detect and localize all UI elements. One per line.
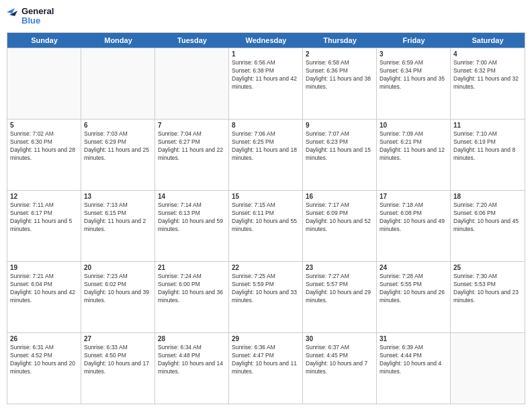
day-number: 31 (380, 335, 447, 342)
day-info: Sunrise: 7:11 AM Sunset: 6:17 PM Dayligh… (10, 201, 78, 234)
day-info: Sunrise: 7:00 AM Sunset: 6:32 PM Dayligh… (453, 59, 522, 91)
day-cell-22: 22Sunrise: 7:25 AM Sunset: 5:59 PM Dayli… (229, 262, 303, 332)
day-cell-5: 5Sunrise: 7:02 AM Sunset: 6:30 PM Daylig… (7, 120, 81, 190)
day-number: 13 (84, 193, 152, 200)
day-info: Sunrise: 7:27 AM Sunset: 5:57 PM Dayligh… (306, 273, 373, 305)
day-info: Sunrise: 7:15 AM Sunset: 6:11 PM Dayligh… (232, 201, 300, 234)
day-cell-12: 12Sunrise: 7:11 AM Sunset: 6:17 PM Dayli… (7, 191, 81, 261)
day-cell-28: 28Sunrise: 6:34 AM Sunset: 4:48 PM Dayli… (155, 333, 229, 404)
logo-bird-icon (7, 7, 20, 27)
day-cell-7: 7Sunrise: 7:04 AM Sunset: 6:27 PM Daylig… (155, 120, 229, 190)
empty-cell (81, 48, 155, 119)
day-number: 6 (84, 122, 152, 129)
day-number: 1 (232, 50, 300, 58)
day-of-week-monday: Monday (81, 33, 155, 48)
day-number: 24 (380, 264, 447, 271)
day-number: 4 (453, 50, 522, 58)
day-info: Sunrise: 7:17 AM Sunset: 6:09 PM Dayligh… (306, 201, 373, 234)
day-of-week-saturday: Saturday (451, 33, 525, 48)
day-number: 15 (232, 193, 300, 200)
day-cell-3: 3Sunrise: 6:59 AM Sunset: 6:34 PM Daylig… (377, 48, 451, 119)
day-info: Sunrise: 7:18 AM Sunset: 6:08 PM Dayligh… (380, 201, 447, 234)
day-cell-4: 4Sunrise: 7:00 AM Sunset: 6:32 PM Daylig… (451, 48, 525, 119)
week-row-2: 5Sunrise: 7:02 AM Sunset: 6:30 PM Daylig… (7, 119, 525, 190)
day-cell-17: 17Sunrise: 7:18 AM Sunset: 6:08 PM Dayli… (377, 191, 451, 261)
day-info: Sunrise: 6:56 AM Sunset: 6:38 PM Dayligh… (232, 59, 300, 91)
day-cell-25: 25Sunrise: 7:30 AM Sunset: 5:53 PM Dayli… (451, 262, 525, 332)
day-cell-10: 10Sunrise: 7:09 AM Sunset: 6:21 PM Dayli… (377, 120, 451, 190)
day-of-week-sunday: Sunday (7, 33, 81, 48)
empty-cell (155, 48, 229, 119)
day-number: 30 (306, 335, 373, 342)
day-info: Sunrise: 6:34 AM Sunset: 4:48 PM Dayligh… (158, 344, 226, 376)
day-number: 28 (158, 335, 226, 342)
day-info: Sunrise: 7:04 AM Sunset: 6:27 PM Dayligh… (158, 130, 226, 163)
day-number: 3 (380, 50, 447, 58)
week-row-4: 19Sunrise: 7:21 AM Sunset: 6:04 PM Dayli… (7, 261, 525, 332)
day-number: 20 (84, 264, 152, 271)
day-cell-18: 18Sunrise: 7:20 AM Sunset: 6:06 PM Dayli… (451, 191, 525, 261)
day-info: Sunrise: 7:25 AM Sunset: 5:59 PM Dayligh… (232, 273, 300, 305)
day-number: 10 (380, 122, 447, 129)
day-info: Sunrise: 7:30 AM Sunset: 5:53 PM Dayligh… (453, 273, 522, 305)
day-info: Sunrise: 6:58 AM Sunset: 6:36 PM Dayligh… (306, 59, 373, 91)
day-number: 23 (306, 264, 373, 271)
day-info: Sunrise: 7:07 AM Sunset: 6:23 PM Dayligh… (306, 130, 373, 163)
day-number: 22 (232, 264, 300, 271)
header: GeneralBlue (7, 7, 525, 27)
day-info: Sunrise: 7:06 AM Sunset: 6:25 PM Dayligh… (232, 130, 300, 163)
logo-blue: Blue (21, 16, 54, 26)
day-number: 16 (306, 193, 373, 200)
day-info: Sunrise: 6:39 AM Sunset: 4:44 PM Dayligh… (380, 344, 447, 376)
day-info: Sunrise: 7:10 AM Sunset: 6:19 PM Dayligh… (453, 130, 522, 163)
logo: GeneralBlue (7, 7, 54, 27)
day-cell-16: 16Sunrise: 7:17 AM Sunset: 6:09 PM Dayli… (303, 191, 377, 261)
day-info: Sunrise: 7:21 AM Sunset: 6:04 PM Dayligh… (10, 273, 78, 305)
day-number: 26 (10, 335, 78, 342)
svg-marker-0 (7, 8, 15, 13)
logo-general: General (21, 7, 54, 16)
calendar-header: SundayMondayTuesdayWednesdayThursdayFrid… (7, 33, 525, 48)
day-number: 17 (380, 193, 447, 200)
day-number: 29 (232, 335, 300, 342)
day-cell-27: 27Sunrise: 6:33 AM Sunset: 4:50 PM Dayli… (81, 333, 155, 404)
week-row-1: 1Sunrise: 6:56 AM Sunset: 6:38 PM Daylig… (7, 48, 525, 119)
day-info: Sunrise: 7:14 AM Sunset: 6:13 PM Dayligh… (158, 201, 226, 234)
day-number: 25 (453, 264, 522, 271)
day-cell-8: 8Sunrise: 7:06 AM Sunset: 6:25 PM Daylig… (229, 120, 303, 190)
empty-cell (451, 333, 525, 404)
day-info: Sunrise: 7:20 AM Sunset: 6:06 PM Dayligh… (453, 201, 522, 234)
day-cell-1: 1Sunrise: 6:56 AM Sunset: 6:38 PM Daylig… (229, 48, 303, 119)
day-info: Sunrise: 7:09 AM Sunset: 6:21 PM Dayligh… (380, 130, 447, 163)
day-cell-31: 31Sunrise: 6:39 AM Sunset: 4:44 PM Dayli… (377, 333, 451, 404)
day-cell-6: 6Sunrise: 7:03 AM Sunset: 6:29 PM Daylig… (81, 120, 155, 190)
day-cell-20: 20Sunrise: 7:23 AM Sunset: 6:02 PM Dayli… (81, 262, 155, 332)
day-number: 11 (453, 122, 522, 129)
day-info: Sunrise: 6:36 AM Sunset: 4:47 PM Dayligh… (232, 344, 300, 376)
day-cell-26: 26Sunrise: 6:31 AM Sunset: 4:52 PM Dayli… (7, 333, 81, 404)
day-cell-19: 19Sunrise: 7:21 AM Sunset: 6:04 PM Dayli… (7, 262, 81, 332)
day-number: 5 (10, 122, 78, 129)
day-cell-21: 21Sunrise: 7:24 AM Sunset: 6:00 PM Dayli… (155, 262, 229, 332)
day-number: 21 (158, 264, 226, 271)
day-cell-30: 30Sunrise: 6:37 AM Sunset: 4:45 PM Dayli… (303, 333, 377, 404)
day-number: 18 (453, 193, 522, 200)
day-number: 19 (10, 264, 78, 271)
empty-cell (7, 48, 81, 119)
day-of-week-wednesday: Wednesday (229, 33, 303, 48)
logo-container: GeneralBlue (7, 7, 54, 27)
day-cell-2: 2Sunrise: 6:58 AM Sunset: 6:36 PM Daylig… (303, 48, 377, 119)
day-cell-13: 13Sunrise: 7:13 AM Sunset: 6:15 PM Dayli… (81, 191, 155, 261)
day-info: Sunrise: 6:59 AM Sunset: 6:34 PM Dayligh… (380, 59, 447, 91)
week-row-5: 26Sunrise: 6:31 AM Sunset: 4:52 PM Dayli… (7, 332, 525, 404)
calendar-body: 1Sunrise: 6:56 AM Sunset: 6:38 PM Daylig… (7, 48, 525, 404)
day-info: Sunrise: 7:02 AM Sunset: 6:30 PM Dayligh… (10, 130, 78, 163)
day-cell-15: 15Sunrise: 7:15 AM Sunset: 6:11 PM Dayli… (229, 191, 303, 261)
day-number: 12 (10, 193, 78, 200)
day-info: Sunrise: 6:33 AM Sunset: 4:50 PM Dayligh… (84, 344, 152, 376)
page: GeneralBlue SundayMondayTuesdayWednesday… (0, 0, 532, 411)
day-cell-24: 24Sunrise: 7:28 AM Sunset: 5:55 PM Dayli… (377, 262, 451, 332)
day-info: Sunrise: 6:37 AM Sunset: 4:45 PM Dayligh… (306, 344, 373, 376)
day-info: Sunrise: 7:23 AM Sunset: 6:02 PM Dayligh… (84, 273, 152, 305)
calendar: SundayMondayTuesdayWednesdayThursdayFrid… (7, 32, 525, 404)
